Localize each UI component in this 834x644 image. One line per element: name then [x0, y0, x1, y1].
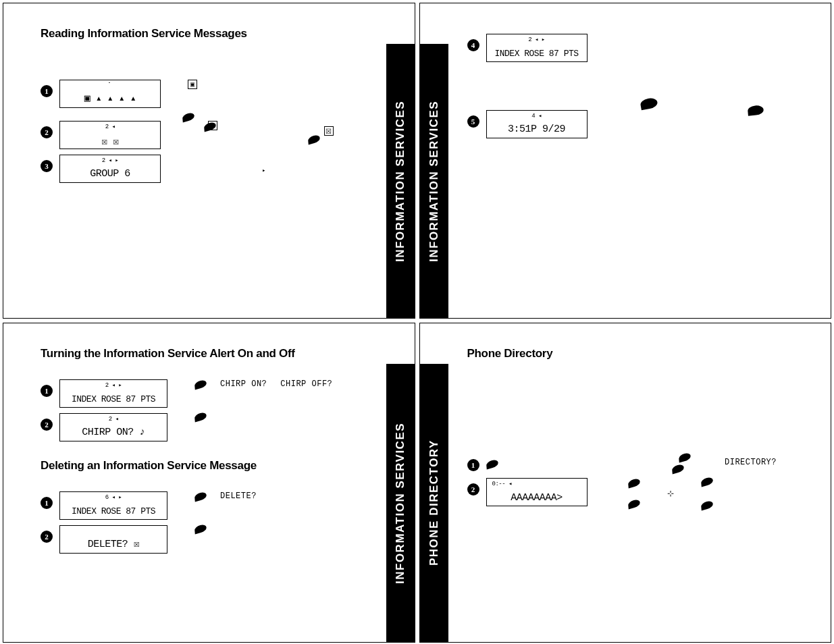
seed-icon [701, 477, 713, 487]
step-1: 1 ⠁ ▣ ▴ ▴ ▴ ▴ ▣ [41, 80, 361, 108]
heading-read-messages: Reading Information Service Messages [41, 27, 361, 41]
step-num-1: 1 [41, 497, 53, 509]
delete-step-1: 1 6 ◂ ▸ INDEX ROSE 87 PTS DELETE? [41, 491, 361, 520]
step-num-1: 1 [41, 385, 53, 397]
delete-label: DELETE? [220, 491, 257, 501]
seed-icon [194, 412, 207, 423]
step-num-1: 1 [41, 85, 53, 97]
panel-phone-directory: PHONE DIRECTORY Phone Directory 1 DIRECT… [419, 323, 832, 643]
seed-icon [672, 464, 684, 475]
alert-step-2: 2 2 ◂ CHIRP ON? ♪ [41, 413, 361, 441]
lcd-alert-2: 2 ◂ CHIRP ON? ♪ [59, 413, 167, 441]
step-4: 4 2 ◂ ▸ INDEX ROSE 87 PTS [467, 34, 777, 62]
seed-icon [194, 491, 207, 502]
chirp-off-label: CHIRP OFF? [280, 379, 332, 389]
lcd-delete-2: DELETE? ☒ [59, 525, 167, 554]
panel-read-messages-cont: INFORMATION SERVICES 4 2 ◂ ▸ INDEX ROSE … [419, 3, 832, 319]
tab-phone-directory: PHONE DIRECTORY [420, 364, 448, 642]
step-num-2: 2 [41, 531, 53, 543]
step-5: 5 4 ◂ 3:51P 9/29 [467, 110, 777, 138]
x-box-icon: ☒ [324, 126, 334, 136]
step-num-2: 2 [467, 483, 479, 495]
lcd-3: 2 ◂ ▸ GROUP 6 [59, 155, 161, 183]
heading-phone-directory: Phone Directory [467, 347, 777, 360]
lcd-alert-1: 2 ◂ ▸ INDEX ROSE 87 PTS [59, 379, 167, 408]
delete-step-2: 2 DELETE? ☒ [41, 525, 361, 554]
seed-icon [194, 524, 207, 535]
seed-icon [679, 452, 691, 463]
panel-alert-and-delete: Turning the Information Service Alert On… [3, 323, 415, 643]
alert-step-1: 1 2 ◂ ▸ INDEX ROSE 87 PTS CHIRP ON? CHIR… [41, 379, 361, 408]
step-num-2: 2 [41, 419, 53, 431]
lcd-4: 2 ◂ ▸ INDEX ROSE 87 PTS [486, 34, 588, 62]
heading-delete: Deleting an Information Service Message [41, 459, 361, 473]
panel-read-messages: Reading Information Service Messages 1 ⠁… [3, 3, 415, 319]
seed-icon [307, 134, 319, 145]
lcd-1: ⠁ ▣ ▴ ▴ ▴ ▴ [59, 80, 161, 108]
lcd-5: 4 ◂ 3:51P 9/29 [486, 110, 588, 138]
step-2: 2 2 ◂ ☒ ☒ ☒ ☒ [41, 121, 361, 149]
plus-icon: ⊹ [667, 489, 675, 499]
seed-icon [627, 478, 640, 489]
step-num-5: 5 [467, 115, 479, 128]
tab-information-services: INFORMATION SERVICES [420, 44, 448, 318]
dir-step-2: 2 0:-- ◂ AAAAAAAA> ⊹ [467, 478, 777, 509]
seed-icon [194, 379, 207, 390]
seed-icon [486, 459, 498, 470]
triangle-icon: ▸ [262, 167, 265, 174]
dir-step-1: 1 DIRECTORY? [467, 454, 777, 473]
square-icon: ▣ [188, 80, 197, 89]
heading-alert: Turning the Information Service Alert On… [41, 347, 361, 360]
step-num-4: 4 [467, 39, 479, 51]
step-num-3: 3 [41, 160, 53, 172]
tab-information-services: INFORMATION SERVICES [386, 364, 415, 642]
step-num-1: 1 [467, 459, 479, 471]
chirp-on-label: CHIRP ON? [220, 379, 267, 389]
seed-icon [701, 500, 713, 511]
lcd-dir-2: 0:-- ◂ AAAAAAAA> [486, 478, 588, 506]
seed-icon [627, 499, 640, 510]
directory-label: DIRECTORY? [725, 458, 777, 467]
tab-information-services: INFORMATION SERVICES [386, 44, 415, 318]
step-num-2: 2 [41, 126, 53, 138]
lcd-2: 2 ◂ ☒ ☒ [59, 121, 161, 149]
lcd-delete-1: 6 ◂ ▸ INDEX ROSE 87 PTS [59, 491, 167, 520]
step-3: 3 2 ◂ ▸ GROUP 6 ▸ [41, 155, 361, 183]
